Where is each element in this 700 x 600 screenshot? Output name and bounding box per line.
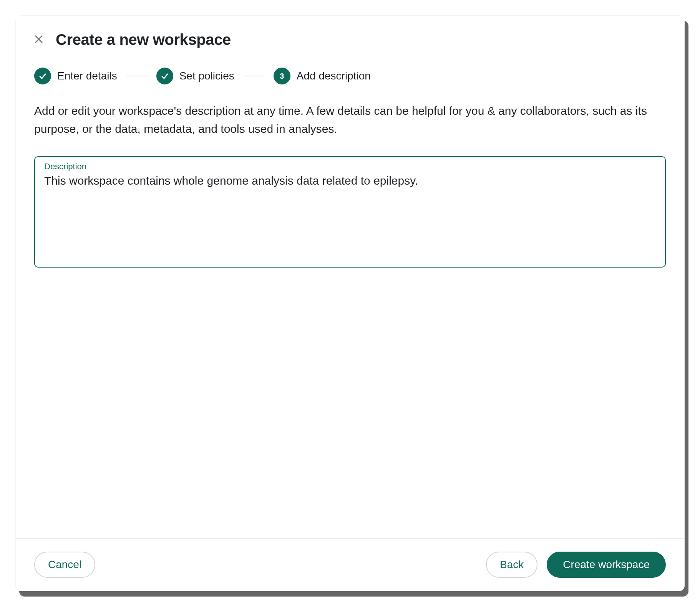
cancel-button[interactable]: Cancel: [34, 552, 95, 578]
helper-text: Add or edit your workspace's description…: [34, 102, 666, 138]
progress-stepper: Enter details Set policies 3 Add descrip…: [16, 52, 684, 88]
footer-right-group: Back Create workspace: [486, 552, 666, 578]
step-enter-details[interactable]: Enter details: [34, 68, 117, 84]
dialog-body: Add or edit your workspace's description…: [16, 88, 684, 538]
description-field-wrapper[interactable]: Description: [34, 156, 666, 268]
step-connector: [244, 76, 264, 76]
close-button[interactable]: [31, 31, 46, 48]
checkmark-icon: [156, 68, 173, 84]
create-workspace-dialog: Create a new workspace Enter details Set…: [15, 15, 685, 591]
back-button[interactable]: Back: [486, 552, 537, 578]
description-label: Description: [44, 162, 656, 172]
step-label: Add description: [297, 70, 371, 82]
dialog-footer: Cancel Back Create workspace: [16, 538, 684, 591]
create-workspace-button[interactable]: Create workspace: [547, 552, 666, 578]
description-textarea[interactable]: [44, 172, 656, 257]
dialog-header: Create a new workspace: [16, 16, 684, 52]
close-icon: [33, 34, 44, 46]
checkmark-icon: [34, 68, 51, 84]
step-add-description[interactable]: 3 Add description: [274, 68, 371, 84]
step-connector: [126, 76, 147, 76]
step-set-policies[interactable]: Set policies: [156, 68, 234, 84]
step-label: Set policies: [179, 70, 234, 82]
step-label: Enter details: [57, 70, 117, 82]
step-number-badge: 3: [274, 68, 290, 84]
dialog-title: Create a new workspace: [56, 31, 231, 48]
